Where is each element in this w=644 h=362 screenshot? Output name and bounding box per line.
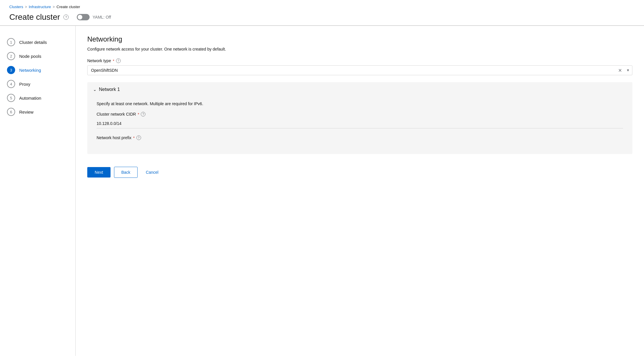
network-host-prefix-field-group: Network host prefix * ? xyxy=(97,135,623,140)
sidebar-item-proxy[interactable]: 4 Proxy xyxy=(0,77,75,91)
sidebar-item-networking[interactable]: 3 Networking xyxy=(0,63,75,77)
sidebar-label-automation: Automation xyxy=(19,96,41,101)
page-header: Clusters > Infrastructure > Create clust… xyxy=(0,0,644,26)
sidebar-label-node-pools: Node pools xyxy=(19,54,41,59)
step-circle-1: 1 xyxy=(7,38,15,46)
yaml-toggle[interactable] xyxy=(77,14,90,20)
breadcrumb-current: Create cluster xyxy=(56,5,80,9)
cancel-button[interactable]: Cancel xyxy=(141,167,163,178)
network-type-value: OpenShiftSDN xyxy=(88,66,616,75)
network-type-help-icon[interactable]: ? xyxy=(116,58,121,63)
network-1-content: Specify at least one network. Multiple a… xyxy=(87,97,632,154)
sidebar-label-cluster-details: Cluster details xyxy=(19,40,47,45)
cluster-network-cidr-label: Cluster network CIDR * ? xyxy=(97,112,623,117)
network-type-label: Network type * ? xyxy=(87,58,632,63)
step-circle-2: 2 xyxy=(7,52,15,60)
page-title: Create cluster xyxy=(9,12,60,22)
network-1-title: Network 1 xyxy=(99,87,120,92)
step-circle-4: 4 xyxy=(7,80,15,88)
network-type-clear-icon[interactable]: ✕ xyxy=(616,66,624,74)
network-host-prefix-help-icon[interactable]: ? xyxy=(136,135,141,140)
step-circle-5: 5 xyxy=(7,94,15,102)
cluster-network-cidr-label-text: Cluster network CIDR xyxy=(97,112,136,117)
breadcrumb-clusters[interactable]: Clusters xyxy=(9,5,23,9)
action-bar: Next Back Cancel xyxy=(87,161,632,178)
next-button[interactable]: Next xyxy=(87,167,111,178)
section-description: Configure network access for your cluste… xyxy=(87,47,632,51)
network-1-chevron-icon: ⌄ xyxy=(93,87,97,92)
cluster-network-cidr-input[interactable] xyxy=(97,119,623,128)
sidebar-item-cluster-details[interactable]: 1 Cluster details xyxy=(0,35,75,49)
network-host-prefix-required: * xyxy=(133,136,135,140)
network-1-description: Specify at least one network. Multiple a… xyxy=(97,101,623,106)
main-layout: 1 Cluster details 2 Node pools 3 Network… xyxy=(0,26,644,356)
sidebar-label-networking: Networking xyxy=(19,68,41,73)
breadcrumb: Clusters > Infrastructure > Create clust… xyxy=(9,5,635,9)
section-title: Networking xyxy=(87,35,632,43)
page-title-help-icon[interactable]: ? xyxy=(63,15,69,20)
yaml-label: YAML: Off xyxy=(92,15,111,19)
yaml-toggle-row: YAML: Off xyxy=(77,14,111,20)
network-type-required: * xyxy=(113,59,114,63)
network-type-dropdown-icon[interactable]: ▼ xyxy=(624,66,632,74)
sidebar-label-proxy: Proxy xyxy=(19,82,30,87)
sidebar-item-automation[interactable]: 5 Automation xyxy=(0,91,75,105)
network-1-section: ⌄ Network 1 Specify at least one network… xyxy=(87,82,632,154)
cluster-network-cidr-field-group: Cluster network CIDR * ? xyxy=(97,112,623,128)
network-type-field-group: Network type * ? OpenShiftSDN ✕ ▼ xyxy=(87,58,632,75)
step-circle-6: 6 xyxy=(7,108,15,116)
cluster-network-cidr-help-icon[interactable]: ? xyxy=(141,112,145,117)
breadcrumb-sep-1: > xyxy=(25,5,27,9)
back-button[interactable]: Back xyxy=(114,167,138,178)
network-type-label-text: Network type xyxy=(87,58,111,63)
sidebar: 1 Cluster details 2 Node pools 3 Network… xyxy=(0,26,76,356)
network-1-header[interactable]: ⌄ Network 1 xyxy=(87,82,632,97)
sidebar-item-review[interactable]: 6 Review xyxy=(0,105,75,119)
step-circle-3: 3 xyxy=(7,66,15,74)
sidebar-item-node-pools[interactable]: 2 Node pools xyxy=(0,49,75,63)
cluster-network-cidr-required: * xyxy=(138,112,139,117)
breadcrumb-sep-2: > xyxy=(53,5,55,9)
network-host-prefix-label: Network host prefix * ? xyxy=(97,135,623,140)
network-type-select[interactable]: OpenShiftSDN ✕ ▼ xyxy=(87,65,632,75)
network-host-prefix-label-text: Network host prefix xyxy=(97,135,131,140)
main-content: Networking Configure network access for … xyxy=(76,26,644,356)
breadcrumb-infrastructure[interactable]: Infrastructure xyxy=(29,5,51,9)
sidebar-label-review: Review xyxy=(19,110,33,114)
